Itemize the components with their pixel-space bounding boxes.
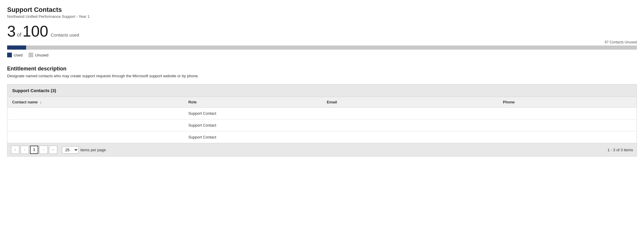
cell-email-0 <box>322 108 498 119</box>
col-role-label: Role <box>188 100 197 104</box>
count-label: Contacts used <box>51 32 79 37</box>
sort-icon-name: ↓ <box>40 100 42 104</box>
items-per-page-label: items per page <box>80 148 106 152</box>
cell-name-1 <box>7 119 184 131</box>
table-body: Support Contact Support Contact Support … <box>7 108 637 143</box>
legend-unused-label: Unused <box>35 53 48 57</box>
cell-phone-2 <box>498 131 637 143</box>
col-name-label: Contact name <box>12 100 38 104</box>
count-of: of <box>17 32 21 38</box>
table-row: Support Contact <box>7 108 637 119</box>
pagination-last-button[interactable]: » <box>49 146 57 154</box>
items-per-page-select: 102550100 items per page <box>62 146 106 154</box>
col-header-role: Role <box>184 97 322 108</box>
cell-role-1: Support Contact <box>184 119 322 131</box>
contacts-count-row: 3 of 100 Contacts used <box>7 23 637 39</box>
cell-name-2 <box>7 131 184 143</box>
col-email-label: Email <box>327 100 337 104</box>
progress-bar-container <box>7 45 637 50</box>
table-header-bar: Support Contacts (3) <box>7 84 637 97</box>
legend-unused: Unused <box>28 53 48 57</box>
table-row: Support Contact <box>7 119 637 131</box>
col-header-phone: Phone <box>498 97 637 108</box>
cell-phone-1 <box>498 119 637 131</box>
unused-contacts-label: 97 Contacts Unused <box>7 40 637 44</box>
entitlement-heading: Entitlement description <box>7 66 637 72</box>
count-used: 3 <box>7 23 16 39</box>
pagination-prev-button[interactable]: ‹ <box>20 146 29 154</box>
col-header-email: Email <box>322 97 498 108</box>
page-title: Support Contacts <box>7 6 637 14</box>
cell-email-1 <box>322 119 498 131</box>
pagination-bar: « ‹ 1 › » 102550100 items per page 1 - 3… <box>7 143 637 156</box>
pagination-info: 1 - 3 of 3 items <box>608 148 633 152</box>
cell-name-0 <box>7 108 184 119</box>
pagination-first-button[interactable]: « <box>11 146 19 154</box>
cell-role-2: Support Contact <box>184 131 322 143</box>
cell-phone-0 <box>498 108 637 119</box>
cell-email-2 <box>322 131 498 143</box>
legend: Used Unused <box>7 53 637 57</box>
entitlement-description: Designate named contacts who may create … <box>7 74 637 78</box>
contacts-table: Contact name ↓ Role Email Phone Support … <box>7 97 637 143</box>
pagination-page-1-button[interactable]: 1 <box>30 146 38 154</box>
pagination-next-button[interactable]: › <box>39 146 48 154</box>
progress-bar-fill <box>7 45 26 50</box>
unused-swatch <box>28 53 33 57</box>
table-head: Contact name ↓ Role Email Phone <box>7 97 637 108</box>
col-phone-label: Phone <box>503 100 515 104</box>
table-row: Support Contact <box>7 131 637 143</box>
table-header-row: Contact name ↓ Role Email Phone <box>7 97 637 108</box>
count-total: 100 <box>23 23 48 39</box>
items-per-page-dropdown[interactable]: 102550100 <box>62 146 79 154</box>
used-swatch <box>7 53 12 57</box>
cell-role-0: Support Contact <box>184 108 322 119</box>
legend-used-label: Used <box>14 53 23 57</box>
contacts-table-wrapper: Support Contacts (3) Contact name ↓ Role… <box>7 84 637 157</box>
col-header-name[interactable]: Contact name ↓ <box>7 97 184 108</box>
page-subtitle: Northwind Unified Performance Support - … <box>7 14 637 19</box>
legend-used: Used <box>7 53 23 57</box>
